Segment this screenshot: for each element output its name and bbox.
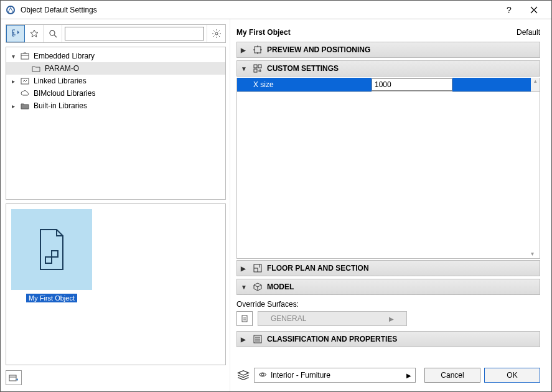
library-manager-button[interactable] xyxy=(6,370,22,385)
expand-icon[interactable]: ▸ xyxy=(9,103,17,110)
search-input[interactable] xyxy=(65,27,204,40)
close-button[interactable] xyxy=(522,1,546,19)
left-toolbar xyxy=(6,24,226,43)
tree-item-builtin[interactable]: ▸ Built-in Libraries xyxy=(6,100,225,112)
favorites-button[interactable] xyxy=(25,25,44,42)
expand-icon: ▶ xyxy=(241,336,248,343)
main-content: ▾ Embedded Library PARAM-O ▸ Linked Libr… xyxy=(1,19,551,391)
collapse-icon: ▼ xyxy=(241,284,248,291)
button-label: OK xyxy=(507,371,517,380)
app-icon xyxy=(6,5,16,15)
collapse-icon: ▼ xyxy=(241,65,248,72)
section-model[interactable]: ▼ MODEL xyxy=(236,279,540,295)
folder-icon xyxy=(20,101,30,111)
floorplan-icon xyxy=(252,263,263,274)
override-surfaces-label: Override Surfaces: xyxy=(236,300,540,309)
chevron-right-icon: ▶ xyxy=(406,372,411,379)
help-button[interactable]: ? xyxy=(497,1,522,19)
eye-icon xyxy=(258,370,267,381)
settings-icon xyxy=(252,63,263,74)
tree-item-embedded[interactable]: ▾ Embedded Library xyxy=(6,50,225,62)
right-pane: My First Object Default ▶ PREVIEW AND PO… xyxy=(230,19,551,391)
object-thumbnail[interactable]: My First Object xyxy=(11,209,92,302)
linked-icon xyxy=(20,76,30,86)
custom-settings-panel: X size ▴ xyxy=(236,78,540,92)
thumbnail-image xyxy=(11,209,92,290)
tree-label: BIMcloud Libraries xyxy=(32,89,95,98)
thumbnail-label: My First Object xyxy=(26,294,77,302)
tree-item-bimcloud[interactable]: BIMcloud Libraries xyxy=(6,87,225,100)
scroll-up-icon[interactable]: ▴ xyxy=(531,78,540,91)
chevron-right-icon: ▶ xyxy=(389,315,394,322)
titlebar: Object Default Settings ? xyxy=(1,1,551,19)
svg-rect-13 xyxy=(242,315,247,322)
preview-panel: My First Object xyxy=(6,203,226,365)
tree-label: PARAM-O xyxy=(44,64,79,73)
settings-button[interactable] xyxy=(207,25,225,42)
tree-item-linked[interactable]: ▸ Linked Libraries xyxy=(6,75,225,87)
svg-rect-9 xyxy=(254,65,257,68)
cancel-button[interactable]: Cancel xyxy=(424,368,480,383)
section-label: CLASSIFICATION AND PROPERTIES xyxy=(267,335,397,343)
cloud-icon xyxy=(20,88,30,98)
section-label: PREVIEW AND POSITIONING xyxy=(267,45,370,54)
custom-settings-body: ▾ xyxy=(236,92,540,259)
list-icon xyxy=(252,334,263,345)
search-button[interactable] xyxy=(44,25,62,42)
model-icon xyxy=(252,281,263,292)
library-tree[interactable]: ▾ Embedded Library PARAM-O ▸ Linked Libr… xyxy=(6,47,226,200)
folder-icon xyxy=(31,63,41,73)
dropdown-label: GENERAL xyxy=(271,314,306,323)
layer-name: Interior - Furniture xyxy=(271,371,330,380)
button-label: Cancel xyxy=(441,371,464,380)
svg-point-1 xyxy=(50,30,55,35)
collapse-icon[interactable]: ▾ xyxy=(9,53,17,60)
window-title: Object Default Settings xyxy=(21,6,497,14)
section-custom-settings[interactable]: ▼ CUSTOM SETTINGS xyxy=(236,60,540,77)
surface-override-toggle[interactable] xyxy=(236,311,253,326)
tree-item-paramo[interactable]: PARAM-O xyxy=(6,62,225,75)
section-preview-positioning[interactable]: ▶ PREVIEW AND POSITIONING xyxy=(236,42,540,58)
svg-rect-8 xyxy=(255,47,261,53)
svg-rect-5 xyxy=(52,251,58,257)
positioning-icon xyxy=(252,44,263,55)
layer-icon xyxy=(236,368,250,382)
svg-rect-3 xyxy=(21,54,29,59)
tree-mode-button[interactable] xyxy=(6,25,25,42)
expand-icon[interactable]: ▸ xyxy=(9,78,17,85)
svg-rect-11 xyxy=(254,69,257,72)
svg-point-2 xyxy=(215,32,218,35)
expand-icon: ▶ xyxy=(241,47,248,54)
ok-button[interactable]: OK xyxy=(484,368,540,383)
left-pane: ▾ Embedded Library PARAM-O ▸ Linked Libr… xyxy=(1,19,230,391)
object-header: My First Object Default xyxy=(230,24,546,40)
section-label: MODEL xyxy=(267,282,294,291)
svg-rect-7 xyxy=(9,375,16,381)
section-label: FLOOR PLAN AND SECTION xyxy=(267,264,369,273)
button-bar: Interior - Furniture ▶ Cancel OK xyxy=(230,364,546,386)
section-classification[interactable]: ▶ CLASSIFICATION AND PROPERTIES xyxy=(236,331,540,347)
tree-label: Built-in Libraries xyxy=(32,101,87,110)
param-row-xsize[interactable]: X size ▴ xyxy=(237,78,540,91)
general-surface-dropdown: GENERAL ▶ xyxy=(258,311,407,326)
svg-rect-6 xyxy=(45,257,52,263)
tree-label: Linked Libraries xyxy=(32,77,87,85)
expand-icon: ▶ xyxy=(241,265,248,272)
param-value-input[interactable] xyxy=(372,78,452,91)
library-icon xyxy=(20,51,30,61)
section-label: CUSTOM SETTINGS xyxy=(267,64,339,73)
svg-rect-10 xyxy=(258,65,261,68)
scroll-down-icon[interactable]: ▾ xyxy=(531,250,538,257)
default-label: Default xyxy=(517,28,540,37)
svg-point-15 xyxy=(261,373,264,376)
general-surface-row: GENERAL ▶ xyxy=(236,311,540,326)
tree-label: Embedded Library xyxy=(32,52,95,60)
section-floorplan[interactable]: ▶ FLOOR PLAN AND SECTION xyxy=(236,260,540,276)
param-name: X size xyxy=(241,78,372,91)
layer-dropdown[interactable]: Interior - Furniture ▶ xyxy=(254,368,416,383)
left-footer xyxy=(6,369,226,386)
object-title: My First Object xyxy=(236,28,291,37)
